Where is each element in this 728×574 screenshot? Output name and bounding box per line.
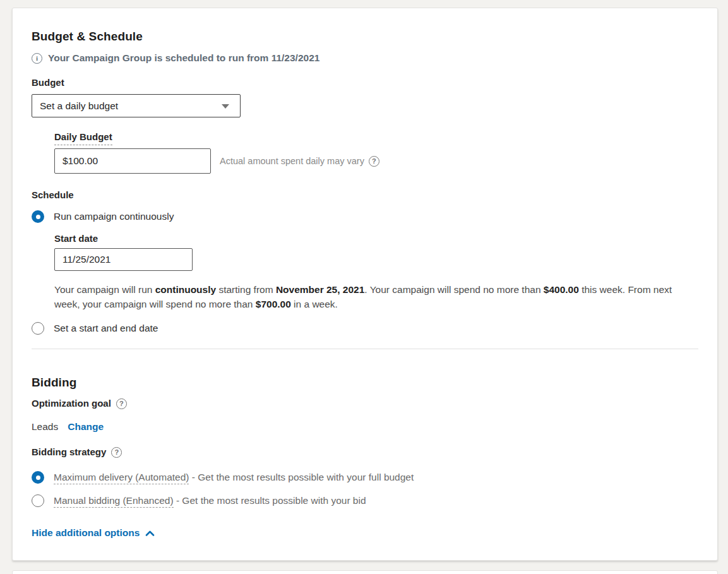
next-section-card-edge	[12, 570, 718, 574]
bidding-strategy-label: Bidding strategy	[32, 446, 106, 458]
budget-type-select[interactable]: Set a daily budget	[32, 94, 241, 117]
hide-additional-options-link[interactable]: Hide additional options	[32, 527, 155, 539]
daily-budget-helper: Actual amount spent daily may vary ?	[220, 156, 379, 167]
start-date-block: Start date	[54, 232, 698, 271]
manual-bidding-label: Manual bidding (Enhanced)	[54, 495, 174, 508]
radio-selected-icon[interactable]	[32, 210, 44, 223]
daily-budget-helper-text: Actual amount spent daily may vary	[220, 156, 364, 166]
max-delivery-option[interactable]: Maximum delivery (Automated) - Get the m…	[32, 470, 698, 484]
budget-schedule-title: Budget & Schedule	[32, 30, 698, 44]
start-date-input[interactable]	[54, 248, 193, 271]
budget-type-select-value: Set a daily budget	[40, 100, 118, 112]
help-icon[interactable]: ?	[116, 398, 127, 409]
run-continuously-option[interactable]: Run campaign continuously	[32, 210, 698, 224]
schedule-label: Schedule	[32, 189, 698, 201]
budget-label: Budget	[32, 76, 698, 89]
optimization-goal-row: Optimization goal ?	[32, 397, 698, 410]
max-delivery-label: Maximum delivery (Automated)	[54, 472, 189, 484]
help-icon[interactable]: ?	[369, 156, 379, 167]
daily-budget-input[interactable]	[54, 148, 211, 174]
radio-selected-icon[interactable]	[32, 471, 44, 484]
optimization-goal-value: Leads	[32, 421, 58, 433]
daily-budget-label: Daily Budget	[54, 131, 112, 145]
change-goal-link[interactable]: Change	[68, 421, 104, 433]
start-end-date-option[interactable]: Set a start and end date	[32, 321, 698, 335]
daily-budget-block: Daily Budget Actual amount spent daily m…	[54, 131, 698, 174]
bidding-strategy-row: Bidding strategy ?	[32, 446, 698, 458]
chevron-up-icon	[145, 530, 155, 536]
hide-additional-options-label: Hide additional options	[32, 527, 140, 539]
schedule-summary-text: Your campaign will run continuously star…	[54, 282, 698, 311]
bidding-title: Bidding	[32, 376, 698, 390]
campaign-group-info-text: Your Campaign Group is scheduled to run …	[48, 52, 319, 64]
info-icon: i	[32, 53, 42, 64]
optimization-goal-value-row: Leads Change	[32, 421, 698, 433]
budget-schedule-card: Budget & Schedule i Your Campaign Group …	[12, 8, 718, 561]
caret-down-icon	[222, 104, 229, 109]
max-delivery-description: - Get the most results possible with you…	[189, 472, 414, 482]
help-icon[interactable]: ?	[111, 447, 122, 458]
run-continuously-label: Run campaign continuously	[54, 210, 174, 224]
radio-unselected-icon[interactable]	[32, 494, 44, 507]
manual-bidding-option[interactable]: Manual bidding (Enhanced) - Get the most…	[32, 494, 698, 508]
optimization-goal-label: Optimization goal	[32, 397, 111, 410]
radio-unselected-icon[interactable]	[32, 322, 44, 335]
section-divider	[32, 349, 698, 349]
manual-bidding-description: - Get the most results possible with you…	[174, 495, 366, 506]
start-date-label: Start date	[54, 232, 698, 245]
campaign-group-info-banner: i Your Campaign Group is scheduled to ru…	[32, 52, 698, 64]
start-end-date-label: Set a start and end date	[54, 321, 158, 335]
